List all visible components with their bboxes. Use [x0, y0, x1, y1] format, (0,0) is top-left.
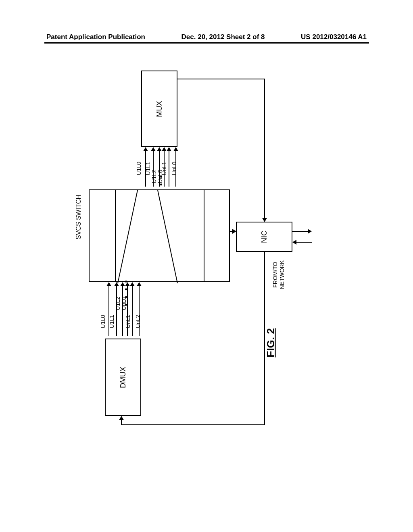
- signal-unl1-top: UnL1: [161, 162, 167, 175]
- switch-inner-line-2: [204, 190, 204, 281]
- nic-label: NIC: [260, 231, 269, 243]
- diagram-container: MUX U1L0 U1L1 U1L2 UnL0 UnL1 UnL0 • • • …: [50, 71, 365, 482]
- signal-u1l2-bottom: U1L2: [115, 297, 121, 310]
- signal-u1l1-top: U1L1: [145, 162, 151, 175]
- header-right: US 2012/0320146 A1: [301, 33, 367, 41]
- switch-to-nic-line: [230, 231, 233, 232]
- switch-block: [89, 189, 230, 282]
- network-out-arrow: [292, 231, 309, 232]
- nic-block: NIC: [236, 222, 292, 252]
- dmux-block: DMUX: [105, 339, 141, 416]
- switch-inner-line-1: [115, 190, 116, 281]
- header-underline: [44, 42, 369, 44]
- mux-block: MUX: [141, 71, 177, 147]
- header-left: Patent Application Publication: [46, 33, 145, 41]
- mux-label: MUX: [155, 101, 164, 117]
- page-header: Patent Application Publication Dec. 20, …: [0, 33, 413, 41]
- dots-bottom: • • • •: [122, 278, 131, 306]
- network-label: FROM/TO NETWORK: [272, 260, 286, 289]
- signal-line-mux-5: [169, 150, 169, 187]
- figure-label: FIG. 2: [265, 328, 277, 357]
- signal-unl2-bottom: UnL2: [135, 315, 141, 328]
- mux-nic-horizontal: [177, 79, 264, 79]
- signal-u1l0-bottom: U1L0: [100, 315, 106, 328]
- dmux-label: DMUX: [119, 367, 127, 388]
- signal-unl1-bottom: UnL1: [125, 315, 131, 328]
- network-in-arrow: [296, 242, 312, 243]
- signal-u1l0-top: U1L0: [136, 162, 142, 175]
- signal-line-dmux-2: [116, 285, 117, 336]
- nic-dmux-horizontal: [121, 424, 265, 425]
- switch-label: SVCS SWITCH: [75, 195, 82, 239]
- signal-unl0-top: UnL0: [171, 162, 177, 175]
- signal-u1l1-bottom: U1L1: [108, 315, 115, 328]
- signal-u1l2-top: U1L2: [151, 170, 157, 183]
- mux-nic-vertical: [264, 79, 265, 219]
- nic-dmux-final: [121, 419, 122, 424]
- header-center: Dec. 20, 2012 Sheet 2 of 8: [181, 33, 265, 41]
- signal-line-dmux-5: [132, 285, 133, 336]
